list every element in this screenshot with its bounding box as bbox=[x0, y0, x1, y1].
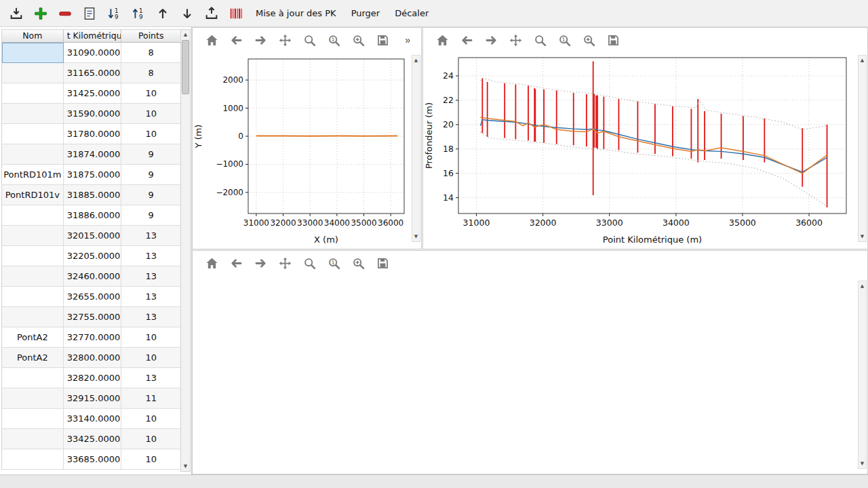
points-cell[interactable]: 10 bbox=[121, 104, 181, 124]
column-header-nom[interactable]: Nom bbox=[2, 30, 64, 43]
scroll-up-arrow-icon[interactable]: ▲ bbox=[858, 56, 867, 65]
nom-cell[interactable]: PontA2 bbox=[2, 348, 64, 368]
points-cell[interactable]: 9 bbox=[121, 144, 181, 165]
nom-cell[interactable]: PontRD101v bbox=[2, 185, 64, 205]
points-cell[interactable]: 10 bbox=[121, 83, 181, 104]
zoom-button[interactable] bbox=[301, 32, 317, 48]
bottom-window-scrollbar[interactable]: ▲ ▼ bbox=[858, 281, 867, 469]
remove-row-button[interactable] bbox=[54, 3, 76, 24]
move-down-button[interactable] bbox=[176, 3, 198, 24]
nom-cell[interactable]: PontRD101m bbox=[2, 165, 64, 185]
points-cell[interactable]: 8 bbox=[121, 43, 181, 63]
pk-cell[interactable]: 32770.0000 bbox=[64, 327, 122, 348]
save-figure-button[interactable] bbox=[374, 255, 391, 271]
profile-window-scrollbar[interactable]: ▲ ▼ bbox=[858, 55, 867, 242]
pk-cell[interactable]: 32205.0000 bbox=[64, 246, 122, 266]
home-button[interactable] bbox=[203, 32, 220, 48]
pk-cell[interactable]: 33425.0000 bbox=[64, 429, 122, 449]
zoom-button[interactable] bbox=[532, 32, 548, 48]
points-cell[interactable]: 13 bbox=[121, 307, 181, 327]
scroll-up-arrow-icon[interactable]: ▲ bbox=[412, 56, 420, 65]
points-cell[interactable]: 9 bbox=[121, 185, 181, 205]
forward-button[interactable] bbox=[483, 32, 499, 48]
add-row-button[interactable] bbox=[30, 3, 52, 24]
pk-cell[interactable]: 32820.0000 bbox=[64, 368, 122, 388]
purge-button[interactable]: Purger bbox=[345, 5, 387, 22]
zoom-1-button[interactable] bbox=[326, 32, 342, 48]
pk-cell[interactable]: 31886.0000 bbox=[64, 205, 122, 226]
nom-cell[interactable] bbox=[2, 83, 64, 104]
update-pk-button[interactable]: Mise à jour des PK bbox=[250, 5, 342, 22]
pk-cell[interactable]: 31590.0000 bbox=[64, 104, 122, 124]
points-cell[interactable]: 9 bbox=[121, 165, 181, 185]
column-header-point-kilometrique[interactable]: t Kilométrique bbox=[64, 30, 122, 43]
pk-cell[interactable]: 31885.0000 bbox=[64, 185, 122, 205]
nom-cell[interactable] bbox=[2, 205, 64, 226]
scroll-down-arrow-icon[interactable]: ▼ bbox=[412, 232, 420, 241]
nom-cell[interactable] bbox=[2, 409, 64, 429]
pk-cell[interactable]: 31165.0000 bbox=[64, 63, 122, 83]
pan-button[interactable] bbox=[277, 255, 293, 271]
nom-cell[interactable] bbox=[2, 63, 64, 83]
points-cell[interactable]: 9 bbox=[121, 205, 181, 226]
zoom-1-button[interactable] bbox=[556, 32, 572, 48]
points-cell[interactable]: 11 bbox=[121, 388, 181, 409]
nom-cell[interactable] bbox=[2, 429, 64, 449]
pk-cell[interactable]: 31090.0000 bbox=[64, 43, 122, 63]
nom-cell[interactable] bbox=[2, 307, 64, 327]
profiles-button[interactable] bbox=[225, 3, 247, 24]
save-figure-button[interactable] bbox=[605, 32, 621, 48]
nom-cell[interactable] bbox=[2, 104, 64, 124]
points-cell[interactable]: 10 bbox=[121, 327, 181, 348]
pk-cell[interactable]: 33685.0000 bbox=[64, 449, 122, 470]
nom-cell[interactable] bbox=[2, 246, 64, 266]
export-button[interactable] bbox=[201, 3, 222, 24]
zoom-button[interactable] bbox=[301, 255, 317, 271]
scroll-up-arrow-icon[interactable]: ▲ bbox=[858, 281, 867, 291]
pk-cell[interactable]: 31780.0000 bbox=[64, 124, 122, 144]
points-cell[interactable]: 10 bbox=[121, 124, 181, 144]
pk-cell[interactable]: 31425.0000 bbox=[64, 83, 122, 104]
column-header-points[interactable]: Points bbox=[121, 30, 181, 43]
points-cell[interactable]: 10 bbox=[121, 409, 181, 429]
nom-cell[interactable] bbox=[2, 287, 64, 307]
pan-button[interactable] bbox=[277, 32, 293, 48]
xy-window-scrollbar[interactable]: ▲ ▼ bbox=[412, 55, 420, 242]
nom-cell[interactable]: PontA2 bbox=[2, 327, 64, 348]
nom-cell[interactable] bbox=[2, 266, 64, 287]
forward-button[interactable] bbox=[252, 255, 269, 271]
points-cell[interactable]: 13 bbox=[121, 266, 181, 287]
scroll-down-arrow-icon[interactable]: ▼ bbox=[858, 459, 867, 468]
home-button[interactable] bbox=[434, 32, 450, 48]
table-scrollbar[interactable]: ▲ ▼ bbox=[180, 29, 191, 472]
toolbar-overflow-button[interactable]: » bbox=[405, 35, 416, 45]
scroll-up-arrow-icon[interactable]: ▲ bbox=[181, 30, 190, 39]
pan-button[interactable] bbox=[507, 32, 524, 48]
nom-cell[interactable] bbox=[2, 43, 64, 63]
pk-cell[interactable]: 32015.0000 bbox=[64, 226, 122, 246]
points-cell[interactable]: 8 bbox=[121, 63, 181, 83]
points-cell[interactable]: 10 bbox=[121, 449, 181, 470]
nom-cell[interactable] bbox=[2, 124, 64, 144]
shift-button[interactable]: Décaler bbox=[389, 5, 435, 22]
forward-button[interactable] bbox=[252, 32, 269, 48]
zoom-plus-button[interactable] bbox=[350, 32, 366, 48]
edit-form-button[interactable] bbox=[79, 3, 100, 24]
pk-cell[interactable]: 33140.0000 bbox=[64, 409, 122, 429]
profile-plot[interactable]: 3100032000330003400035000360001416182022… bbox=[423, 52, 857, 247]
scroll-down-arrow-icon[interactable]: ▼ bbox=[858, 232, 867, 241]
sort-ascending-button[interactable] bbox=[103, 3, 125, 24]
scroll-down-arrow-icon[interactable]: ▼ bbox=[181, 462, 190, 471]
points-cell[interactable]: 13 bbox=[121, 226, 181, 246]
back-button[interactable] bbox=[458, 32, 475, 48]
points-cell[interactable]: 13 bbox=[121, 246, 181, 266]
scrollbar-thumb[interactable] bbox=[182, 40, 189, 94]
nom-cell[interactable] bbox=[2, 144, 64, 165]
pk-cell[interactable]: 32460.0000 bbox=[64, 266, 122, 287]
pk-cell[interactable]: 32655.0000 bbox=[64, 287, 122, 307]
nom-cell[interactable] bbox=[2, 226, 64, 246]
nom-cell[interactable] bbox=[2, 368, 64, 388]
move-up-button[interactable] bbox=[152, 3, 174, 24]
back-button[interactable] bbox=[228, 255, 244, 271]
pk-cell[interactable]: 32755.0000 bbox=[64, 307, 122, 327]
